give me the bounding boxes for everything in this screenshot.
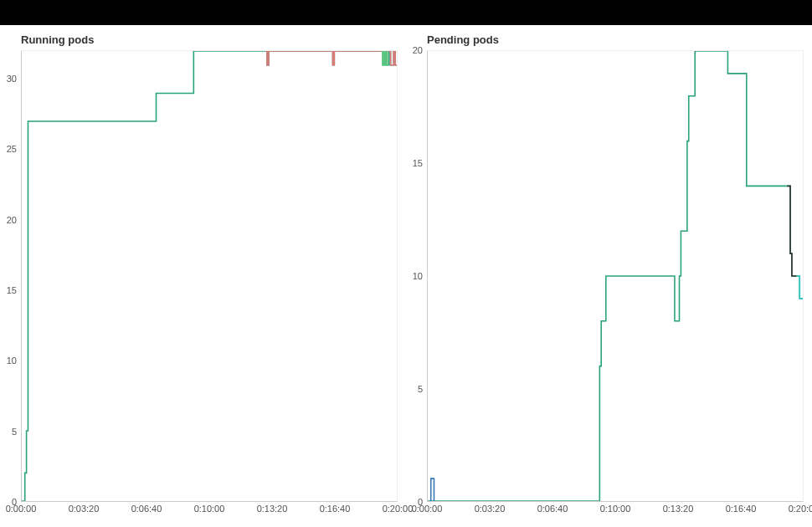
x-tick-label: 0:16:40: [320, 504, 351, 514]
y-tick-label: 10: [0, 356, 17, 366]
x-tick-label: 0:06:40: [131, 504, 162, 514]
x-tick-label: 0:13:20: [257, 504, 288, 514]
y-tick-label: 5: [406, 384, 423, 394]
y-tick-label: 30: [0, 74, 17, 84]
chart-running-pods: Running pods 051015202530 0:00:000:03:20…: [0, 25, 406, 527]
plot-area: [21, 50, 398, 502]
series-line: [428, 51, 803, 501]
series-line: [787, 186, 796, 276]
x-axis-labels: 0:00:000:03:200:06:400:10:000:13:200:16:…: [427, 504, 804, 520]
x-axis-labels: 0:00:000:03:200:06:400:10:000:13:200:16:…: [21, 504, 398, 520]
series-line: [22, 51, 397, 501]
x-tick-label: 0:10:00: [194, 504, 225, 514]
y-tick-label: 15: [406, 158, 423, 168]
plot-svg: [428, 51, 803, 501]
series-line: [429, 478, 434, 501]
chart-title: Pending pods: [427, 33, 499, 46]
y-tick-label: 20: [0, 215, 17, 225]
y-tick-label: 5: [0, 427, 17, 437]
plot-area: [427, 50, 804, 502]
y-axis-labels: 051015202530: [0, 50, 18, 502]
chart-pending-pods: Pending pods 05101520 0:00:000:03:200:06…: [406, 25, 812, 527]
x-tick-label: 0:03:20: [69, 504, 100, 514]
y-axis-labels: 05101520: [406, 50, 424, 502]
y-tick-label: 10: [406, 271, 423, 281]
x-tick-label: 0:00:00: [412, 504, 443, 514]
x-tick-label: 0:00:00: [6, 504, 37, 514]
x-tick-label: 0:13:20: [663, 504, 694, 514]
x-tick-label: 0:16:40: [726, 504, 757, 514]
y-tick-label: 15: [0, 285, 17, 295]
series-line: [381, 51, 387, 65]
x-tick-label: 0:20:00: [789, 504, 812, 514]
window-topbar: [0, 0, 812, 25]
y-tick-label: 20: [406, 45, 423, 55]
x-tick-label: 0:06:40: [537, 504, 568, 514]
series-line: [265, 51, 397, 65]
series-line: [797, 276, 803, 299]
x-tick-label: 0:10:00: [600, 504, 631, 514]
x-tick-label: 0:03:20: [475, 504, 506, 514]
charts-container: Running pods 051015202530 0:00:000:03:20…: [0, 25, 812, 527]
chart-title: Running pods: [21, 33, 94, 46]
plot-svg: [22, 51, 397, 501]
y-tick-label: 25: [0, 144, 17, 154]
